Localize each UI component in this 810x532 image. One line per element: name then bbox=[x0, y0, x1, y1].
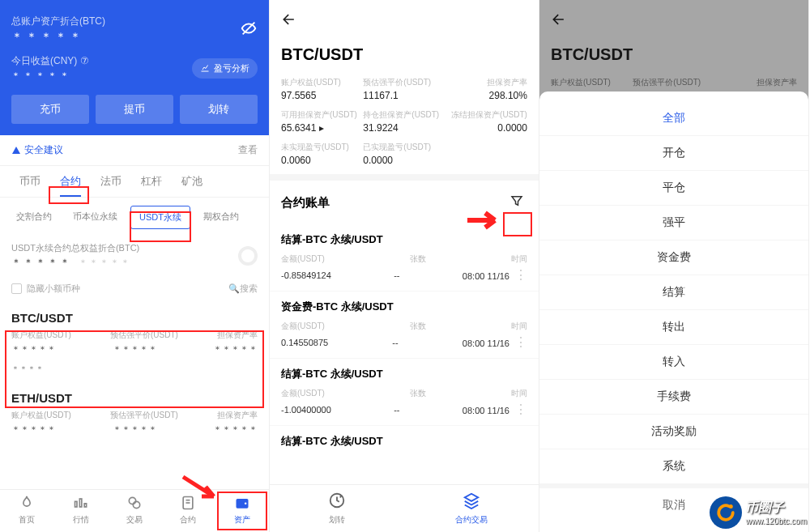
svg-point-12 bbox=[729, 504, 733, 509]
nav-market[interactable]: 行情 bbox=[53, 490, 107, 532]
svg-point-10 bbox=[245, 503, 247, 505]
filter-option-out[interactable]: 转出 bbox=[539, 310, 808, 345]
deposit-button[interactable]: 充币 bbox=[11, 95, 89, 124]
security-banner[interactable]: 安全建议 查看 bbox=[0, 135, 269, 166]
filter-option-close[interactable]: 平仓 bbox=[539, 171, 808, 206]
filter-option-settle[interactable]: 结算 bbox=[539, 275, 808, 310]
checkbox-icon bbox=[11, 283, 22, 294]
layers-icon bbox=[463, 492, 480, 509]
filter-option-in[interactable]: 转入 bbox=[539, 345, 808, 380]
filter-option-funding[interactable]: 资金费 bbox=[539, 240, 808, 275]
nav-contract-trade[interactable]: 合约交易 bbox=[404, 485, 539, 532]
bill-section-title: 合约账单 bbox=[281, 195, 330, 211]
tab-spot[interactable]: 币币 bbox=[10, 166, 50, 197]
flame-icon bbox=[19, 495, 35, 511]
today-pnl-label: 今日收益(CNY) ⑦ bbox=[11, 54, 89, 68]
asset-card-btc[interactable]: BTC/USDT 账户权益(USDT)预估强平价(USDT)担保资产率 ＊＊＊＊… bbox=[0, 303, 269, 383]
asset-card-eth[interactable]: ETH/USDT 账户权益(USDT)预估强平价(USDT)担保资产率 ＊＊＊＊… bbox=[0, 383, 269, 444]
document-icon bbox=[180, 495, 196, 511]
tab-margin[interactable]: 杠杆 bbox=[131, 166, 172, 197]
exchange-icon bbox=[126, 495, 143, 511]
filter-option-all[interactable]: 全部 bbox=[539, 101, 808, 136]
wallet-icon bbox=[234, 495, 250, 511]
filter-action-sheet: 全部 开仓 平仓 强平 资金费 结算 转出 转入 手续费 活动奖励 系统 取消 bbox=[539, 92, 808, 532]
chart-icon bbox=[73, 495, 89, 511]
transfer-icon bbox=[328, 492, 346, 509]
subtab-options[interactable]: 期权合约 bbox=[195, 206, 247, 229]
total-equity-row: USDT永续合约总权益折合(BTC) ＊＊＊＊＊ ＊＊＊＊＊ bbox=[0, 237, 269, 275]
allocation-donut-icon[interactable] bbox=[238, 246, 258, 266]
detail-bottom-nav: 划转 合约交易 bbox=[270, 484, 539, 532]
pnl-analysis-button[interactable]: 盈亏分析 bbox=[192, 58, 258, 79]
nav-contract[interactable]: 合约 bbox=[161, 490, 215, 532]
svg-rect-1 bbox=[75, 501, 77, 507]
screen-detail: BTC/USDT 账户权益(USDT)97.5565 预估强平价(USDT)11… bbox=[270, 0, 539, 532]
svg-rect-2 bbox=[79, 499, 82, 507]
more-icon[interactable]: ⋮ bbox=[509, 268, 527, 282]
tab-pool[interactable]: 矿池 bbox=[172, 166, 212, 197]
bill-item[interactable]: 结算-BTC 永续/USDT 金额(USDT)张数时间 -1.00400000-… bbox=[270, 359, 539, 426]
svg-point-5 bbox=[133, 501, 139, 508]
svg-point-4 bbox=[129, 497, 135, 504]
filter-option-system[interactable]: 系统 bbox=[539, 449, 808, 483]
contract-subtabs: 交割合约 币本位永续 USDT永续 期权合约 bbox=[0, 198, 269, 237]
visibility-toggle-icon[interactable] bbox=[240, 19, 258, 40]
tab-fiat[interactable]: 法币 bbox=[91, 166, 131, 197]
more-icon[interactable]: ⋮ bbox=[509, 402, 527, 416]
chart-icon bbox=[200, 63, 210, 73]
arrow-left-icon bbox=[281, 11, 297, 28]
account-header: 总账户资产折合(BTC) ＊＊＊＊＊ 今日收益(CNY) ⑦ ＊＊＊＊＊ 盈亏分… bbox=[0, 0, 269, 135]
svg-rect-3 bbox=[84, 504, 87, 507]
withdraw-button[interactable]: 提币 bbox=[96, 95, 173, 124]
total-asset-value: ＊＊＊＊＊ bbox=[11, 30, 105, 45]
filter-option-liquidation[interactable]: 强平 bbox=[539, 206, 808, 240]
nav-trade[interactable]: 交易 bbox=[108, 490, 161, 532]
nav-home[interactable]: 首页 bbox=[0, 490, 53, 532]
screen-filter-sheet: BTC/USDT 账户权益(USDT) 预估强平价(USDT) 担保资产率 全部… bbox=[539, 0, 809, 532]
filter-option-fee[interactable]: 手续费 bbox=[539, 380, 808, 415]
account-tabs: 币币 合约 法币 杠杆 矿池 bbox=[0, 166, 269, 198]
watermark-logo: 币圈子 www.120btc.com bbox=[710, 496, 807, 529]
total-asset-label: 总账户资产折合(BTC) bbox=[11, 15, 105, 28]
subtab-coin-perp[interactable]: 币本位永续 bbox=[65, 206, 126, 229]
hide-small-toggle[interactable]: 隐藏小额币种 bbox=[11, 283, 80, 295]
subtab-usdt-perp[interactable]: USDT永续 bbox=[130, 206, 190, 229]
filter-button[interactable] bbox=[506, 192, 527, 213]
back-button[interactable] bbox=[270, 0, 539, 42]
bill-item[interactable]: 结算-BTC 永续/USDT 金额(USDT)张数时间 -0.85849124-… bbox=[270, 224, 539, 292]
bill-item[interactable]: 资金费-BTC 永续/USDT 金额(USDT)张数时间 0.14550875-… bbox=[270, 292, 539, 359]
pair-title: BTC/USDT bbox=[270, 42, 539, 77]
nav-assets[interactable]: 资产 bbox=[215, 490, 269, 532]
account-stats-grid: 账户权益(USDT)97.5565 预估强平价(USDT)11167.1 担保资… bbox=[270, 77, 539, 174]
search-link[interactable]: 🔍搜索 bbox=[228, 283, 258, 295]
screen-assets: 总账户资产折合(BTC) ＊＊＊＊＊ 今日收益(CNY) ⑦ ＊＊＊＊＊ 盈亏分… bbox=[0, 0, 270, 532]
transfer-button[interactable]: 划转 bbox=[180, 95, 258, 124]
tab-futures[interactable]: 合约 bbox=[50, 166, 91, 197]
filter-option-open[interactable]: 开仓 bbox=[539, 136, 808, 171]
filter-icon bbox=[509, 194, 524, 208]
separator bbox=[270, 174, 539, 181]
subtab-delivery[interactable]: 交割合约 bbox=[8, 206, 60, 229]
nav-transfer[interactable]: 划转 bbox=[270, 485, 404, 532]
bill-item[interactable]: 结算-BTC 永续/USDT bbox=[270, 426, 539, 449]
bottom-nav: 首页 行情 交易 合约 资产 bbox=[0, 489, 269, 532]
today-pnl-value: ＊＊＊＊＊ bbox=[11, 70, 89, 82]
warning-icon bbox=[11, 146, 21, 155]
more-icon[interactable]: ⋮ bbox=[509, 335, 527, 349]
filter-option-reward[interactable]: 活动奖励 bbox=[539, 415, 808, 449]
logo-icon bbox=[710, 496, 742, 529]
